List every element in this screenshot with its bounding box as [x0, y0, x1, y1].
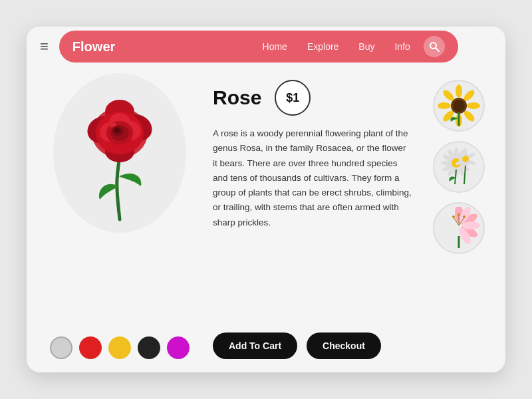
app-container: ≡ Flower Home Explore Buy Info	[27, 27, 505, 372]
nav-home[interactable]: Home	[263, 41, 287, 52]
flower-description: A rose is a woody perennial flowering pl…	[213, 126, 412, 230]
flower-name: Rose	[213, 86, 261, 109]
center-panel: Rose $1 A rose is a woody perennial flow…	[206, 73, 419, 359]
main-content: Rose $1 A rose is a woody perennial flow…	[27, 66, 505, 372]
svg-line-1	[436, 48, 439, 51]
swatch-yellow[interactable]	[108, 336, 131, 359]
nav-links: Home Explore Buy Info	[263, 41, 410, 52]
svg-point-59	[452, 215, 455, 218]
left-panel	[40, 73, 200, 359]
svg-point-18	[467, 102, 480, 109]
svg-point-58	[463, 215, 466, 218]
thumb-daisy[interactable]	[433, 141, 485, 193]
svg-point-16	[456, 84, 462, 98]
right-panel	[426, 73, 492, 359]
price-badge: $1	[275, 80, 311, 116]
nav-logo: Flower	[72, 39, 115, 55]
nav-info[interactable]: Info	[394, 41, 410, 52]
nav-buy[interactable]: Buy	[358, 41, 374, 52]
hamburger-icon[interactable]: ≡	[40, 39, 49, 54]
add-to-cart-button[interactable]: Add To Cart	[213, 332, 297, 359]
swatch-pink[interactable]	[167, 336, 190, 359]
header: ≡ Flower Home Explore Buy Info	[27, 27, 505, 66]
swatch-red[interactable]	[79, 336, 102, 359]
svg-point-60	[458, 213, 460, 216]
svg-point-25	[453, 100, 465, 112]
action-buttons: Add To Cart Checkout	[213, 332, 412, 359]
svg-point-22	[438, 102, 451, 109]
flower-header: Rose $1	[213, 80, 412, 116]
svg-point-53	[462, 221, 480, 229]
swatch-white[interactable]	[50, 336, 72, 359]
flower-image	[53, 73, 186, 233]
thumb-lily[interactable]	[433, 202, 485, 254]
thumb-sunflower[interactable]	[433, 80, 485, 132]
nav-explore[interactable]: Explore	[307, 41, 338, 52]
search-icon[interactable]	[424, 36, 445, 57]
checkout-button[interactable]: Checkout	[307, 332, 381, 359]
nav-pill: Flower Home Explore Buy Info	[59, 31, 458, 63]
color-swatches	[50, 336, 190, 359]
swatch-black[interactable]	[138, 336, 160, 359]
svg-point-40	[464, 148, 467, 157]
svg-point-46	[462, 156, 469, 162]
svg-point-14	[114, 128, 120, 133]
rose-svg	[66, 80, 173, 226]
